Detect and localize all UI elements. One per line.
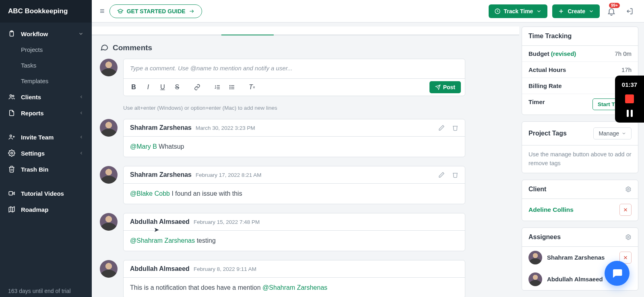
- assignee-name: Shahram Zarshenas: [547, 254, 605, 261]
- nav-invite-team[interactable]: Invite Team: [0, 129, 92, 145]
- nav-workflow[interactable]: Workflow: [0, 26, 92, 42]
- chevron-left-icon: [79, 94, 84, 99]
- close-icon: [623, 207, 628, 213]
- avatar: [100, 213, 118, 231]
- notifications-button[interactable]: 99+: [605, 4, 618, 18]
- close-icon: [623, 255, 628, 260]
- nav-roadmap-label: Roadmap: [21, 206, 48, 213]
- nav-clients[interactable]: Clients: [0, 89, 92, 105]
- post-button[interactable]: Post: [429, 81, 461, 93]
- client-card: Client Adeline Collins: [522, 180, 638, 221]
- nav-reports[interactable]: Reports: [0, 105, 92, 121]
- create-button[interactable]: Create: [552, 4, 600, 18]
- chevron-left-icon: [79, 111, 84, 115]
- remove-client-button[interactable]: [619, 204, 632, 216]
- comment-date: February 17, 2022 8:21 AM: [196, 172, 262, 178]
- recorder-stop-button[interactable]: [625, 94, 634, 103]
- underline-button[interactable]: U: [157, 81, 169, 93]
- client-settings-button[interactable]: [625, 186, 632, 193]
- edit-icon: [438, 125, 445, 131]
- comment-author: Shahram Zarshenas: [130, 171, 192, 178]
- clear-format-button[interactable]: T×: [246, 81, 258, 93]
- guide-label: GET STARTED GUIDE: [127, 8, 186, 14]
- nav-clients-label: Clients: [21, 94, 41, 100]
- track-time-button[interactable]: Track Time: [489, 4, 548, 18]
- map-icon: [8, 206, 15, 213]
- get-started-guide-button[interactable]: GET STARTED GUIDE: [109, 4, 202, 18]
- chevron-left-icon: [79, 151, 84, 156]
- comments-heading: Comments: [100, 43, 511, 52]
- chevron-down-icon: [621, 131, 626, 136]
- bell-icon: [607, 7, 616, 16]
- comment-card: Abdullah AlmsaeedFebruary 15, 2022 7:48 …: [123, 213, 465, 251]
- trash-icon: [452, 172, 458, 178]
- screen-recorder-widget[interactable]: 01:37: [615, 76, 644, 123]
- file-icon: [8, 109, 15, 117]
- nav-projects[interactable]: Projects: [0, 42, 92, 57]
- comment-input[interactable]: Type a comment. Use @name to mention and…: [124, 59, 465, 78]
- avatar: [528, 272, 542, 286]
- mention[interactable]: @Shahram Zarshenas: [130, 237, 195, 244]
- nav-templates[interactable]: Templates: [0, 73, 92, 89]
- svg-point-7: [11, 152, 13, 154]
- gear-icon: [625, 234, 632, 240]
- comment-author: Shahram Zarshenas: [130, 124, 192, 131]
- delete-comment-button[interactable]: [452, 125, 458, 131]
- nav-tasks[interactable]: Tasks: [0, 57, 92, 73]
- exit-button[interactable]: [623, 5, 636, 18]
- link-button[interactable]: [191, 81, 203, 93]
- avatar: [528, 251, 542, 264]
- avatar: [100, 260, 118, 278]
- nav-roadmap[interactable]: Roadmap: [0, 201, 92, 217]
- italic-button[interactable]: I: [142, 81, 154, 93]
- trial-days: 163 days until end of trial: [0, 282, 92, 297]
- svg-point-29: [627, 188, 629, 190]
- tab-bar: [92, 27, 519, 35]
- client-name[interactable]: Adeline Collins: [528, 206, 574, 213]
- svg-point-4: [10, 135, 12, 137]
- tags-hint: Use the manage button above to add or re…: [522, 145, 638, 173]
- comments-icon: [100, 43, 109, 52]
- project-tags-title: Project Tags: [528, 130, 567, 137]
- users-icon: [8, 93, 15, 100]
- composer-hint: Use alt+enter (Windows) or option+enter …: [123, 105, 511, 111]
- comment-date: February 8, 2022 9:11 AM: [194, 266, 256, 272]
- user-plus-icon: [8, 133, 15, 141]
- video-icon: [8, 190, 15, 197]
- mention[interactable]: @Mary B: [130, 143, 157, 150]
- trash-icon: [452, 125, 458, 131]
- assignees-settings-button[interactable]: [625, 234, 632, 240]
- menu-toggle-icon[interactable]: ≡: [100, 6, 105, 16]
- chat-fab[interactable]: [605, 261, 630, 286]
- manage-tags-button[interactable]: Manage: [593, 127, 632, 139]
- delete-comment-button[interactable]: [452, 172, 458, 178]
- bold-button[interactable]: B: [128, 81, 140, 93]
- comment-card: Shahram ZarshenasMarch 30, 2022 3:23 PM@…: [123, 119, 465, 157]
- chevron-left-icon: [79, 135, 84, 139]
- svg-marker-10: [9, 207, 14, 212]
- recorder-time: 01:37: [622, 81, 637, 88]
- edit-comment-button[interactable]: [438, 125, 445, 131]
- budget-value: 7h 0m: [615, 50, 632, 57]
- avatar: [100, 166, 118, 184]
- svg-point-25: [230, 87, 230, 87]
- topbar: ≡ GET STARTED GUIDE Track Time Create 99…: [92, 0, 644, 23]
- mention[interactable]: @Blake Cobb: [130, 190, 170, 197]
- nav-settings[interactable]: Settings: [0, 145, 92, 161]
- edit-icon: [438, 172, 445, 178]
- unordered-list-button[interactable]: [226, 81, 238, 93]
- strike-button[interactable]: S: [171, 81, 183, 93]
- comment-body: @Blake Cobb I found an issue with this: [124, 184, 465, 204]
- clock-icon: [494, 8, 501, 14]
- nav-tutorials[interactable]: Tutorial Videos: [0, 185, 92, 201]
- right-panel: Time Tracking Budget (revised) 7h 0m Act…: [519, 23, 644, 297]
- nav-trash[interactable]: Trash Bin: [0, 161, 92, 177]
- nav-trash-label: Trash Bin: [21, 166, 48, 173]
- edit-comment-button[interactable]: [438, 172, 445, 178]
- actual-hours-value: 17h: [621, 66, 632, 73]
- plus-icon: [558, 8, 564, 14]
- mention[interactable]: @Shahram Zarshenas: [262, 284, 327, 291]
- ordered-list-button[interactable]: [211, 81, 223, 93]
- recorder-pause-button[interactable]: [627, 110, 633, 117]
- comment-body: @Shahram Zarshenas testing: [124, 231, 465, 251]
